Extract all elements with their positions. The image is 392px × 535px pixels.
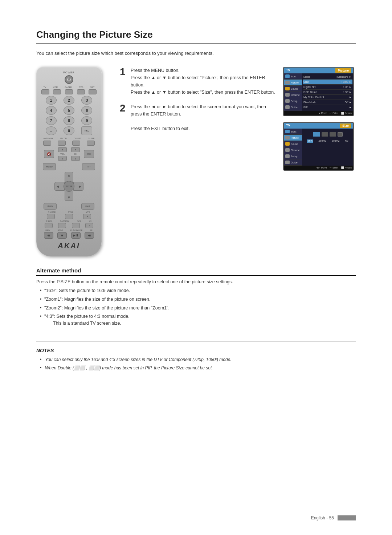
size-icon-43 — [338, 132, 343, 137]
bullet-169: "16:9": Sets the picture to 16:9 wide mo… — [40, 287, 356, 294]
tv-body-2: Input Picture Sound — [284, 129, 353, 166]
num-5-button[interactable]: 5 — [64, 106, 74, 115]
page-number: English - 55 — [311, 515, 334, 520]
dpad-area: ▲ ▼ ◄ ► ENTER — [40, 172, 98, 201]
playpause-button[interactable]: ▶⏸ — [71, 232, 81, 239]
alt-method-title: Alternate method — [36, 267, 356, 276]
bullet-zoom1: "Zoom1": Magnifies the size of the pictu… — [40, 296, 356, 303]
vol-up-button[interactable]: ∧ — [58, 147, 67, 152]
step-1-number: 1 — [120, 67, 127, 77]
menu-button[interactable]: MENU — [43, 163, 56, 170]
tv-menu-pip: PIP ► — [303, 105, 352, 110]
alt-method-bullets: "16:9": Sets the picture to 16:9 wide mo… — [36, 287, 356, 327]
tv-menu-dnr: Digital NR : On ► — [303, 85, 352, 90]
bottom-row-labels: ANTENNA FAV.CH CH.LIST SLEEP — [40, 137, 98, 139]
num-8-button[interactable]: 8 — [64, 116, 74, 125]
pmode-button[interactable] — [47, 214, 55, 219]
tv-sidebar2-sound: Sound — [284, 141, 302, 147]
mts-up-button[interactable]: ∧ — [83, 214, 91, 219]
stop-button[interactable]: ■ — [57, 232, 67, 239]
ch-up-button[interactable]: ∧ — [71, 147, 80, 152]
tv-sidebar2-picture: Picture — [284, 135, 302, 141]
num-0-button[interactable]: 0 — [64, 126, 74, 135]
notes-list: You can select only the 16:9 and 4:3 scr… — [36, 356, 356, 371]
tv-menu-size: Size : 16:9 ► — [303, 80, 352, 85]
dpad-left-button[interactable]: ◄ — [54, 182, 65, 191]
input-icon — [285, 74, 290, 78]
tv-sidebar-channel: Channel — [284, 92, 302, 98]
tv-sidebar-picture: Picture — [284, 80, 302, 86]
tv-menu-dce: DCE Demo : Off ► — [303, 90, 352, 95]
num-3-button[interactable]: 3 — [81, 96, 92, 105]
tv-sidebar2-guide: Guide — [284, 159, 302, 166]
ff-button[interactable]: ⏭ — [85, 232, 94, 239]
dpad-down-button[interactable]: ▼ — [65, 191, 73, 201]
notes-section: NOTES You can select only the 16:9 and 4… — [36, 341, 356, 371]
bullet-43: "4:3": Sets the picture to 4:3 normal mo… — [40, 313, 356, 327]
dash-button[interactable]: - — [46, 126, 57, 135]
dpad: ▲ ▼ ◄ ► ENTER — [54, 172, 83, 201]
num-1-button[interactable]: 1 — [46, 96, 57, 105]
remote-container: POWER TV VCR CABLE DVD SET — [36, 67, 109, 256]
tv-header-label-2: Size — [340, 123, 351, 128]
dpad-up-button[interactable]: ▲ — [65, 172, 73, 182]
source-button[interactable]: SRC — [84, 150, 94, 158]
rew-button[interactable]: ⏮ — [44, 232, 53, 239]
tv-sidebar-sound: Sound — [284, 86, 302, 92]
ch-col: ∧ CH ∨ — [71, 147, 80, 161]
tv-sidebar-2: Input Picture Sound — [284, 129, 302, 166]
exit-button[interactable]: EXIT — [81, 203, 94, 210]
num-6-button[interactable]: 6 — [81, 106, 92, 115]
set-button[interactable] — [89, 89, 97, 94]
num-9-button[interactable]: 9 — [81, 116, 92, 125]
antenna-button[interactable] — [43, 141, 51, 146]
ch-down-button[interactable]: ∨ — [71, 156, 80, 161]
vol-ch-area: 🔇 ∧ VOL ∨ ∧ CH ∨ SRC — [40, 147, 98, 161]
size-icon-zoom1 — [322, 132, 328, 137]
power-icon — [67, 78, 71, 81]
dpad-right-button[interactable]: ► — [73, 182, 83, 191]
tv-sidebar2-input: Input — [284, 129, 302, 135]
playback-row: ⏮ ■ ▶⏸ ⏭ — [42, 232, 96, 239]
sleep-button[interactable] — [87, 141, 95, 146]
tv-header-1: TV Picture — [284, 68, 353, 73]
cable-button[interactable] — [65, 89, 73, 94]
note-2: When Double (⬜⬜ , ⬜⬜) mode has been set … — [40, 365, 356, 371]
tv-sidebar-setup: Setup — [284, 98, 302, 104]
step-1-text: Press the MENU button. Press the ▲ or ▼ … — [131, 67, 276, 96]
alt-method-section: Alternate method Press the P.SIZE button… — [36, 267, 356, 327]
tv-body-1: Input Picture Sound — [284, 73, 353, 111]
tv-button[interactable] — [41, 89, 49, 94]
top-btn-row — [40, 89, 98, 94]
still-button[interactable] — [65, 214, 73, 219]
power-label: POWER — [40, 71, 98, 74]
tv-header-2: TV Size — [284, 123, 353, 129]
tv-main-2: 16:9 Zoom1 Zoom2 4:3 — [302, 129, 353, 166]
ch-down2-button[interactable]: ∨ — [85, 223, 93, 228]
chlist-button[interactable] — [72, 141, 80, 146]
num-7-button[interactable]: 7 — [46, 116, 57, 125]
vol-col: ∧ VOL ∨ — [58, 147, 67, 161]
dvd-button[interactable] — [77, 89, 85, 94]
size-selector — [303, 130, 352, 139]
num-4-button[interactable]: 4 — [46, 106, 57, 115]
caption-button[interactable] — [58, 223, 66, 228]
number-grid: 1 2 3 4 5 6 7 8 9 - 0 RCL — [40, 96, 98, 135]
vol-down-button[interactable]: ∨ — [58, 156, 67, 161]
dce-button[interactable] — [72, 223, 80, 228]
num-2-button[interactable]: 2 — [64, 96, 74, 105]
recall-button[interactable]: RCL — [81, 126, 92, 135]
bottom-btns-area: P.MODESTILLMTS ∧ P.SIZECAPTIONDCECH — [40, 211, 98, 239]
psize-button[interactable] — [45, 223, 53, 228]
info-button[interactable]: INFO — [44, 203, 57, 210]
pip-button[interactable]: PIP — [82, 163, 95, 170]
favch-button[interactable] — [58, 141, 66, 146]
note-1: You can select only the 16:9 and 4:3 scr… — [40, 356, 356, 363]
vcr-button[interactable] — [53, 89, 61, 94]
mute-button[interactable]: 🔇 — [44, 150, 54, 158]
power-button[interactable] — [65, 75, 73, 84]
tv-sidebar-1: Input Picture Sound — [284, 73, 302, 111]
tv-sidebar2-channel: Channel — [284, 147, 302, 153]
enter-button[interactable]: ENTER — [64, 181, 74, 192]
bullet-zoom2: "Zoom2": Magnifies the size of the pictu… — [40, 305, 356, 312]
